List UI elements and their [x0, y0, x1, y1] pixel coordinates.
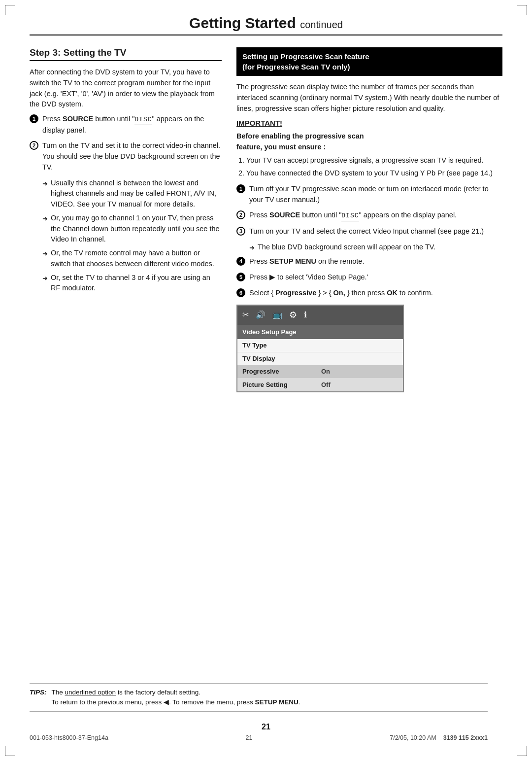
right-step-num-3: 3	[236, 227, 245, 236]
setup-row-progressive: Progressive On	[237, 365, 403, 379]
important-subtext: Before enabling the progressive scan fea…	[236, 131, 502, 153]
prereq-2: You have connected the DVD system to you…	[246, 168, 502, 179]
right-step-6: 6 Select { Progressive } > { On, } then …	[236, 288, 502, 299]
arrow-item-4: ➜ Or, set the TV to channel 3 or 4 if yo…	[42, 273, 222, 294]
right-step-5-text: Press ▶ to select 'Video Setup Page.'	[249, 272, 368, 283]
arrow-item-1: ➜ Usually this channel is between the lo…	[42, 178, 222, 210]
page-container: English Getting Started continued Step 3…	[0, 0, 532, 761]
prereqs-list: Your TV can accept progressive signals, …	[236, 155, 502, 179]
right-steps-list-2: 4 Press SETUP MENU on the remote. 5 Pres…	[236, 256, 502, 298]
setup-icon-settings: ⚙	[289, 309, 297, 322]
setup-row-progressive-value: On	[321, 367, 330, 377]
page-header: Getting Started continued	[30, 15, 502, 38]
right-step-1-text: Turn off your TV progressive scan mode o…	[249, 184, 502, 206]
right-step-3: 3 Turn on your TV and select the correct…	[236, 226, 502, 237]
page-number: 21	[262, 723, 270, 731]
setup-icons-bar: ✂ 🔊 📺 ⚙ ℹ	[237, 306, 403, 325]
setup-row-tv-type-label: TV Type	[242, 341, 321, 350]
right-step-2: 2 Press SOURCE button until "DISC" appea…	[236, 210, 502, 221]
arrow-item-2: ➜ Or, you may go to channel 1 on your TV…	[42, 213, 222, 245]
right-arrow-text: The blue DVD background screen will appe…	[258, 242, 435, 253]
step-2-text: Turn on the TV and set it to the correct…	[42, 140, 222, 173]
setup-row-tv-display: TV Display	[237, 352, 403, 366]
right-arrow-list: ➜ The blue DVD background screen will ap…	[249, 242, 502, 253]
right-steps-list: 1 Turn off your TV progressive scan mode…	[236, 184, 502, 237]
right-step-2-text: Press SOURCE button until "DISC" appears…	[249, 210, 457, 221]
right-step-num-2: 2	[236, 210, 245, 219]
arrow-text-1: Usually this channel is between the lowe…	[51, 178, 222, 210]
arrow-list: ➜ Usually this channel is between the lo…	[42, 178, 222, 294]
setup-row-picture-value: Off	[321, 380, 331, 390]
right-heading-line1: Setting up Progressive Scan feature	[242, 52, 369, 61]
title-main: Getting Started	[189, 15, 296, 31]
right-arrow-item-1: ➜ The blue DVD background screen will ap…	[249, 242, 502, 253]
right-step-num-1: 1	[236, 184, 245, 193]
arrow-text-2: Or, you may go to channel 1 on your TV, …	[51, 213, 222, 245]
intro-text: After connecting the DVD system to your …	[30, 67, 222, 110]
setup-title: Video Setup Page	[237, 325, 403, 340]
arrow-item-3: ➜ Or, the TV remote control may have a b…	[42, 248, 222, 270]
page-title: Getting Started continued	[30, 15, 502, 32]
important-label: IMPORTANT!	[236, 118, 502, 129]
right-column: Setting up Progressive Scan feature (for…	[236, 47, 502, 392]
right-step-num-5: 5	[236, 273, 245, 281]
arrow-bullet-4: ➜	[42, 274, 48, 283]
step-1-text: Press SOURCE button until "DISC" appears…	[42, 114, 222, 136]
setup-icon-video: 📺	[272, 309, 282, 321]
tips-section: TIPS: The underlined option is the facto…	[30, 683, 488, 712]
step-num-1: 1	[30, 114, 38, 123]
content-area: Step 3: Setting the TV After connecting …	[30, 47, 502, 392]
left-column: Step 3: Setting the TV After connecting …	[30, 47, 222, 392]
setup-row-picture: Picture Setting Off	[237, 379, 403, 392]
right-step-3-text: Turn on your TV and select the correct V…	[249, 226, 484, 237]
right-step-num-6: 6	[236, 288, 245, 297]
left-step-2: 2 Turn on the TV and set it to the corre…	[30, 140, 222, 173]
corner-mark-bl	[5, 746, 15, 756]
right-intro: The progressive scan display twice the n…	[236, 82, 502, 114]
right-heading-line2: (for Progressive Scan TV only)	[242, 63, 350, 71]
right-step-5: 5 Press ▶ to select 'Video Setup Page.'	[236, 272, 502, 283]
right-step-num-4: 4	[236, 257, 245, 266]
arrow-text-3: Or, the TV remote control may have a but…	[51, 248, 222, 270]
corner-mark-tr	[517, 5, 527, 15]
tips-underline: underlined option	[65, 689, 116, 696]
step-body: After connecting the DVD system to your …	[30, 67, 222, 294]
setup-row-tv-type: TV Type	[237, 339, 403, 352]
tips-text: The underlined option is the factory def…	[52, 688, 300, 708]
prereq-1: Your TV can accept progressive signals, …	[246, 155, 502, 166]
left-steps-list: 1 Press SOURCE button until "DISC" appea…	[30, 114, 222, 173]
arrow-bullet-2: ➜	[42, 214, 48, 224]
right-body: The progressive scan display twice the n…	[236, 82, 502, 392]
setup-screenshot: ✂ 🔊 📺 ⚙ ℹ Video Setup Page TV Type TV Di…	[236, 305, 404, 393]
right-step-4: 4 Press SETUP MENU on the remote.	[236, 256, 502, 267]
footer: 001-053-hts8000-37-Eng14a 21 7/2/05, 10:…	[30, 734, 488, 741]
right-arrow-bullet: ➜	[249, 243, 255, 253]
tips-label: TIPS:	[30, 688, 47, 708]
setup-row-tv-display-label: TV Display	[242, 354, 321, 364]
footer-right: 7/2/05, 10:20 AM 3139 115 2xxx1	[390, 734, 488, 741]
select-progressive-text: Select { Progressive } > { On, } then pr…	[249, 288, 433, 299]
arrow-bullet-3: ➜	[42, 249, 48, 259]
right-heading-box: Setting up Progressive Scan feature (for…	[236, 47, 502, 76]
setup-row-picture-label: Picture Setting	[242, 380, 321, 390]
setup-icon-scissors: ✂	[242, 309, 249, 321]
right-step-1: 1 Turn off your TV progressive scan mode…	[236, 184, 502, 206]
left-step-1: 1 Press SOURCE button until "DISC" appea…	[30, 114, 222, 136]
footer-left: 001-053-hts8000-37-Eng14a	[30, 734, 108, 741]
corner-mark-br	[517, 746, 527, 756]
right-step-4-text: Press SETUP MENU on the remote.	[249, 256, 364, 267]
setup-row-progressive-label: Progressive	[242, 367, 321, 377]
title-suffix: continued	[300, 19, 343, 30]
footer-center: 21	[246, 734, 253, 741]
setup-icon-info: ℹ	[304, 309, 307, 321]
arrow-text-4: Or, set the TV to channel 3 or 4 if you …	[51, 273, 222, 294]
header-line	[30, 35, 502, 35]
step-num-2: 2	[30, 141, 38, 150]
step-heading: Step 3: Setting the TV	[30, 47, 222, 61]
corner-mark-tl	[5, 5, 15, 15]
arrow-bullet-1: ➜	[42, 179, 48, 189]
setup-icon-audio: 🔊	[256, 309, 266, 321]
